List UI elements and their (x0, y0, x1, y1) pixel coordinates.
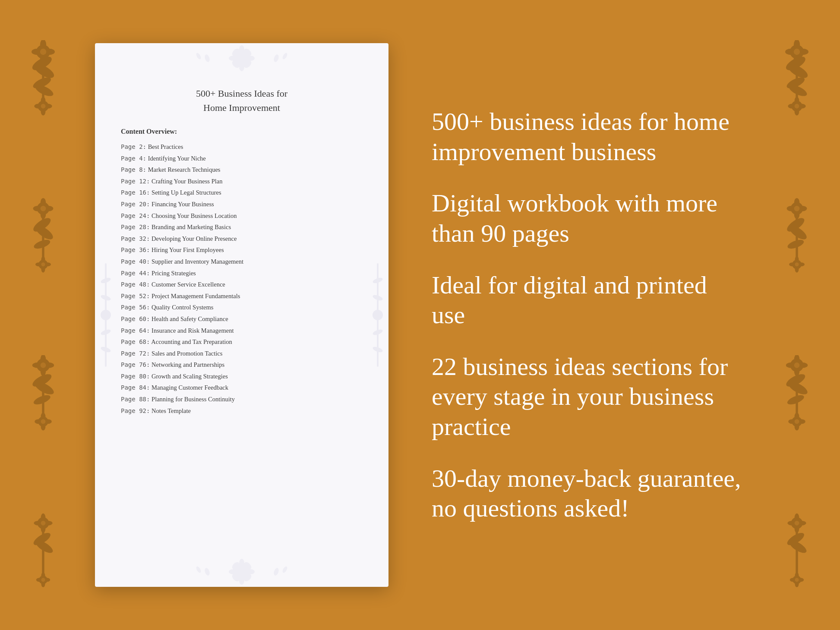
toc-item: Page 48: Customer Service Excellence (121, 280, 363, 289)
svg-point-158 (239, 559, 244, 567)
features-panel: 500+ business ideas for home improvement… (423, 107, 745, 523)
toc-item: Page 12: Crafting Your Business Plan (121, 177, 363, 186)
toc-item: Page 68: Accounting and Tax Preparation (121, 337, 363, 346)
toc-item: Page 36: Hiring Your First Employees (121, 246, 363, 255)
book-title-line2: Home Improvement (203, 102, 280, 113)
toc-item: Page 28: Branding and Marketing Basics (121, 223, 363, 232)
toc-item: Page 60: Health and Safety Compliance (121, 315, 363, 324)
book-left-decoration (95, 43, 117, 587)
svg-point-160 (229, 569, 237, 574)
toc-item: Page 64: Insurance and Risk Management (121, 326, 363, 335)
toc-item: Page 56: Quality Control Systems (121, 303, 363, 312)
toc-item: Page 80: Growth and Scaling Strategies (121, 372, 363, 381)
feature-text-1: 500+ business ideas for home improvement… (432, 107, 745, 167)
toc-item: Page 76: Networking and Partnerships (121, 360, 363, 369)
svg-point-168 (273, 567, 280, 576)
svg-point-167 (196, 566, 202, 573)
content-wrapper: 500+ Business Ideas for Home Improvement… (0, 0, 840, 630)
svg-point-139 (204, 54, 211, 63)
toc-item: Page 88: Planning for Business Continuit… (121, 395, 363, 404)
table-of-contents: Page 2: Best PracticesPage 4: Identifyin… (121, 142, 363, 415)
svg-point-130 (238, 55, 245, 62)
book-title: 500+ Business Ideas for Home Improvement (121, 86, 363, 115)
feature-text-4: 22 business ideas sections for every sta… (432, 352, 745, 442)
toc-item: Page 4: Identifying Your Niche (121, 154, 363, 163)
book-right-decoration (367, 43, 388, 587)
feature-text-5: 30-day money-back guarantee, no question… (432, 463, 745, 523)
svg-point-142 (282, 52, 288, 60)
toc-item: Page 16: Setting Up Legal Structures (121, 188, 363, 197)
toc-item: Page 44: Pricing Strategies (121, 269, 363, 278)
svg-point-169 (282, 566, 288, 573)
toc-item: Page 24: Choosing Your Business Location (121, 211, 363, 220)
svg-point-161 (246, 569, 255, 574)
book-panel: 500+ Business Ideas for Home Improvement… (95, 43, 388, 587)
toc-item: Page 40: Supplier and Inventory Manageme… (121, 257, 363, 266)
toc-item: Page 84: Managing Customer Feedback (121, 383, 363, 392)
svg-point-132 (239, 63, 244, 71)
svg-point-166 (204, 567, 211, 576)
toc-item: Page 52: Project Management Fundamentals (121, 292, 363, 301)
feature-text-3: Ideal for digital and printed use (432, 270, 745, 330)
toc-item: Page 92: Notes Template (121, 406, 363, 416)
book-bottom-decoration (95, 557, 388, 587)
svg-point-157 (238, 568, 245, 575)
svg-point-140 (196, 52, 202, 60)
toc-item: Page 32: Developing Your Online Presence (121, 234, 363, 243)
svg-point-131 (239, 45, 244, 54)
book-top-decoration (95, 43, 388, 73)
content-overview-label: Content Overview: (121, 128, 363, 135)
toc-item: Page 8: Market Research Techniques (121, 165, 363, 174)
svg-point-141 (273, 54, 280, 63)
toc-item: Page 20: Financing Your Business (121, 200, 363, 209)
toc-item: Page 72: Sales and Promotion Tactics (121, 349, 363, 358)
svg-point-159 (239, 576, 244, 585)
toc-item: Page 2: Best Practices (121, 142, 363, 151)
svg-point-133 (229, 56, 237, 61)
feature-text-2: Digital workbook with more than 90 pages (432, 188, 745, 248)
svg-point-134 (246, 56, 255, 61)
book-title-line1: 500+ Business Ideas for (196, 88, 287, 99)
